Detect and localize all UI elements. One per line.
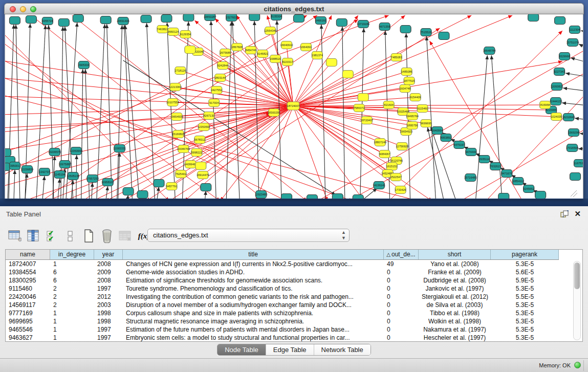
graph-node[interactable]: 19495764 — [406, 113, 419, 120]
table-cell[interactable]: 1997 — [94, 334, 123, 342]
graph-node[interactable] — [201, 184, 211, 191]
graph-edge[interactable] — [92, 183, 93, 199]
graph-node[interactable]: 16640910 — [280, 41, 293, 49]
graph-edge[interactable] — [293, 61, 562, 106]
new-column-icon[interactable] — [81, 228, 96, 244]
table-cell[interactable]: 1997 — [94, 325, 123, 334]
graph-node[interactable]: 8267130 — [203, 112, 214, 120]
graph-node[interactable]: 1024035 — [551, 113, 562, 121]
table-cell[interactable]: de Silva et al. (2003) — [419, 301, 491, 309]
table-cell[interactable]: 5.5E-5 — [491, 293, 559, 301]
graph-node[interactable] — [281, 194, 292, 199]
graph-node[interactable]: 10854112 — [512, 178, 524, 185]
table-cell[interactable]: 2012 — [94, 293, 123, 301]
table-cell[interactable]: 9777169 — [6, 309, 50, 317]
table-cell[interactable]: 0 — [384, 268, 419, 276]
graph-node[interactable] — [183, 14, 194, 21]
graph-node[interactable]: 14099469 — [184, 161, 197, 168]
graph-edge[interactable] — [5, 106, 293, 115]
table-cell[interactable]: 0 — [384, 301, 419, 309]
graph-node[interactable]: 1145194 — [54, 171, 65, 179]
canvas-resize-grip[interactable] — [571, 190, 577, 197]
graph-edge[interactable] — [580, 134, 583, 134]
graph-node[interactable] — [26, 16, 36, 24]
table-cell[interactable]: Disruption of a novel member of a sodium… — [123, 301, 384, 309]
graph-node[interactable] — [9, 17, 20, 25]
graph-edge[interactable] — [565, 73, 583, 77]
table-cell[interactable]: 0 — [384, 325, 419, 334]
table-row[interactable]: 946554611997Estimation of the future num… — [6, 325, 559, 334]
graph-node[interactable]: 395001 — [9, 162, 20, 170]
graph-node[interactable]: 2935114 — [479, 156, 490, 163]
graph-node[interactable]: 9146821 — [257, 50, 268, 58]
table-row[interactable]: 977716911998Corpus callosum shape and si… — [6, 309, 559, 317]
graph-node[interactable]: 20691406 — [117, 17, 129, 25]
graph-edge[interactable] — [293, 62, 332, 106]
graph-node[interactable]: 1895756 — [407, 122, 418, 129]
table-settings-icon[interactable]: ⚙ — [7, 228, 23, 244]
graph-edge[interactable] — [581, 31, 583, 32]
graph-node[interactable]: 1569296 — [568, 129, 579, 137]
table-cell[interactable]: 5.6E-5 — [491, 268, 559, 276]
graph-node[interactable]: 8953892 — [441, 134, 452, 142]
table-cell[interactable]: 1 — [50, 325, 94, 334]
float-window-icon[interactable] — [560, 210, 569, 217]
unselect-all-icon[interactable] — [62, 228, 78, 244]
graph-edge[interactable] — [293, 106, 328, 199]
graph-node[interactable] — [73, 15, 83, 23]
graph-edge[interactable] — [579, 44, 583, 49]
graph-node[interactable]: 9154409 — [410, 94, 421, 101]
table-cell[interactable]: 2 — [50, 285, 94, 293]
graph-edge[interactable] — [167, 23, 175, 199]
table-cell[interactable]: 1998 — [94, 309, 123, 317]
close-panel-icon[interactable]: ✕ — [574, 209, 581, 218]
graph-node[interactable]: 1664091 — [300, 43, 312, 51]
graph-edge[interactable] — [106, 186, 108, 199]
table-cell[interactable]: 18724007 — [6, 260, 50, 268]
table-cell[interactable]: 2 — [50, 293, 94, 301]
graph-node[interactable] — [439, 32, 449, 40]
table-row[interactable]: 1456911722003Disruption of a novel membe… — [6, 301, 559, 309]
show-columns-icon[interactable] — [26, 228, 41, 244]
graph-edge[interactable] — [571, 58, 583, 62]
graph-node[interactable]: 2905334 — [78, 61, 90, 69]
column-header-in_degree[interactable]: in_degree — [50, 250, 94, 259]
table-cell[interactable]: 6 — [50, 276, 94, 285]
graph-node[interactable]: 10719184 — [357, 20, 369, 28]
graph-edge[interactable] — [293, 106, 392, 166]
graph-edge[interactable] — [14, 170, 15, 199]
graph-node[interactable]: 12554349 — [264, 27, 277, 35]
graph-node[interactable] — [342, 71, 353, 78]
graph-node[interactable] — [528, 14, 539, 21]
table-cell[interactable]: 0 — [384, 309, 419, 317]
table-cell[interactable]: Nakamura et al. (1997) — [419, 325, 491, 334]
table-cell[interactable]: 2008 — [94, 276, 123, 285]
table-cell[interactable]: 0 — [384, 317, 419, 325]
graph-node[interactable]: 2675685 — [220, 49, 231, 57]
table-scrollbar[interactable] — [573, 261, 581, 340]
table-cell[interactable]: 9115460 — [6, 285, 50, 293]
graph-node[interactable]: 12213363 — [169, 83, 182, 91]
graph-node[interactable]: 12093822 — [551, 83, 563, 91]
table-cell[interactable]: 1 — [50, 334, 94, 342]
graph-node[interactable] — [141, 15, 151, 23]
table-cell[interactable]: Embryonic stem cells: a model to study s… — [123, 334, 384, 342]
graph-node[interactable]: 815958 — [540, 101, 551, 109]
table-cell[interactable]: Estimation of the future numbers of pati… — [123, 325, 384, 334]
graph-node[interactable]: 9115460 — [417, 105, 428, 113]
graph-node[interactable]: 1640954 — [432, 127, 443, 135]
graph-node[interactable] — [195, 162, 206, 170]
table-row[interactable]: 1872400712008Changes of HCN gene express… — [6, 260, 559, 268]
graph-node[interactable] — [336, 19, 347, 27]
graph-node[interactable]: 2427552 — [211, 86, 222, 94]
graph-node[interactable]: 8471676 — [501, 170, 512, 178]
graph-node[interactable]: 9245652 — [523, 185, 534, 193]
graph-node[interactable]: 17957253 — [86, 175, 99, 183]
graph-node[interactable] — [358, 94, 368, 101]
table-cell[interactable]: 22420046 — [6, 293, 50, 301]
table-cell[interactable]: 0 — [384, 276, 419, 285]
table-cell[interactable]: 49 — [384, 260, 419, 268]
table-cell[interactable]: 9699695 — [6, 317, 50, 325]
graph-edge[interactable] — [5, 106, 293, 169]
graph-node[interactable] — [185, 46, 195, 54]
